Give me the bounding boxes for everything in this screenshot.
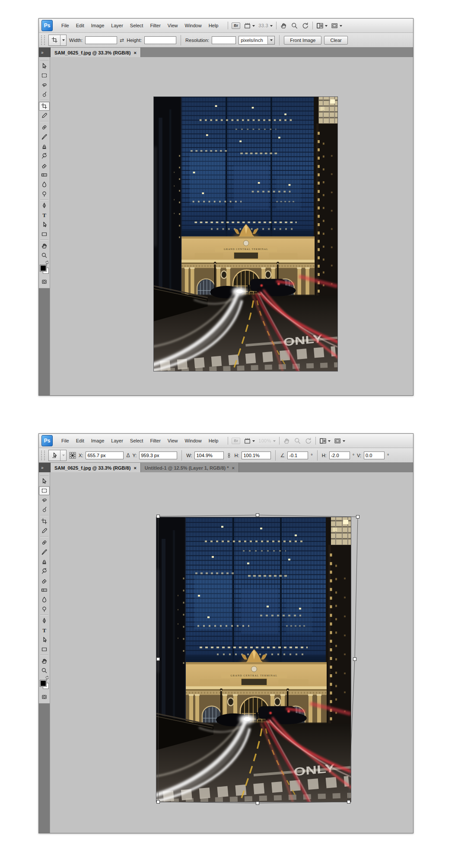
menu-edit[interactable]: Edit [73, 21, 88, 30]
menu-layer[interactable]: Layer [108, 21, 127, 30]
menu-filter[interactable]: Filter [146, 21, 164, 30]
transform-handle-middle-right[interactable] [353, 658, 356, 661]
menu-file[interactable]: File [58, 21, 73, 30]
tool-eraser[interactable] [39, 576, 50, 585]
menu-select[interactable]: Select [127, 436, 147, 445]
document-canvas-photo[interactable] [156, 517, 351, 802]
arrange-documents-button[interactable] [316, 22, 328, 29]
menu-edit[interactable]: Edit [73, 436, 88, 445]
menu-help[interactable]: Help [205, 21, 222, 30]
tool-preset-picker[interactable] [48, 450, 67, 461]
menu-image[interactable]: Image [88, 436, 108, 445]
tool-blur[interactable] [39, 180, 50, 189]
menu-file[interactable]: File [58, 436, 73, 445]
vertical-skew-input[interactable] [364, 452, 385, 459]
menu-view[interactable]: View [164, 436, 181, 445]
tool-gradient[interactable] [39, 586, 50, 595]
tool-dodge[interactable] [39, 605, 50, 614]
tool-spot-healing-brush[interactable] [39, 538, 50, 547]
swap-colors-icon[interactable] [45, 260, 49, 265]
tool-quick-selection[interactable] [39, 505, 50, 514]
tool-pen[interactable] [39, 616, 50, 625]
tab-untitled-1[interactable]: Untitled-1 @ 12.5% (Layer 1, RGB/8) * × [141, 463, 239, 473]
close-icon[interactable]: × [134, 50, 136, 55]
close-icon[interactable]: × [134, 465, 136, 471]
x-position-input[interactable] [86, 452, 124, 459]
tool-brush[interactable] [39, 548, 50, 557]
collapse-dock-button[interactable]: » [39, 463, 51, 473]
tool-brush[interactable] [39, 132, 50, 141]
rotate-view-icon[interactable] [302, 22, 309, 29]
maintain-aspect-ratio-icon[interactable] [226, 452, 232, 459]
menu-filter[interactable]: Filter [146, 436, 164, 445]
height-scale-input[interactable] [242, 452, 271, 459]
collapse-dock-button[interactable]: » [39, 48, 51, 58]
tool-move[interactable] [39, 61, 50, 70]
transform-handle-top-right[interactable] [356, 516, 359, 519]
tool-preset-picker[interactable] [48, 35, 67, 46]
menu-layer[interactable]: Layer [108, 436, 127, 445]
zoom-level-control[interactable]: 33.3 [258, 23, 273, 28]
screen-mode-button[interactable] [334, 437, 345, 445]
tool-type[interactable]: T [39, 211, 50, 220]
transform-handle-bottom-middle[interactable] [256, 802, 259, 805]
hand-tool-icon[interactable] [280, 22, 287, 29]
tool-hand[interactable] [39, 657, 50, 666]
bridge-button[interactable]: Br [232, 22, 240, 29]
menu-help[interactable]: Help [205, 436, 222, 445]
tool-move[interactable] [39, 477, 50, 486]
tab-sam-0625[interactable]: SAM_0625_f.jpg @ 33.3% (RGB/8) × [51, 463, 141, 473]
tool-type[interactable]: T [39, 626, 50, 635]
quick-mask-button[interactable] [39, 277, 50, 286]
tool-dodge[interactable] [39, 189, 50, 199]
tool-zoom[interactable] [39, 666, 50, 675]
color-swatches[interactable] [39, 676, 50, 692]
tool-spot-healing-brush[interactable] [39, 123, 50, 132]
tool-crop[interactable] [39, 102, 50, 111]
tool-eraser[interactable] [39, 161, 50, 170]
front-image-button[interactable]: Front Image [284, 36, 321, 45]
tool-quick-selection[interactable] [39, 90, 50, 99]
relative-positioning-toggle[interactable]: Δ [126, 452, 130, 458]
tool-lasso[interactable] [39, 80, 50, 90]
rotation-angle-input[interactable] [287, 452, 308, 459]
view-extras-button[interactable] [244, 22, 255, 29]
menu-window[interactable]: Window [181, 436, 205, 445]
screen-mode-button[interactable] [331, 22, 342, 29]
tool-lasso[interactable] [39, 496, 50, 505]
y-position-input[interactable] [139, 452, 177, 459]
width-scale-input[interactable] [194, 452, 224, 459]
options-grip[interactable] [41, 451, 45, 460]
foreground-color-swatch[interactable] [40, 265, 46, 271]
tool-history-brush[interactable] [39, 151, 50, 160]
tool-rectangle[interactable] [39, 645, 50, 654]
menu-window[interactable]: Window [181, 21, 205, 30]
tool-crop[interactable] [39, 517, 50, 526]
tool-rectangle[interactable] [39, 230, 50, 239]
tool-eyedropper[interactable] [39, 111, 50, 120]
horizontal-skew-input[interactable] [329, 452, 350, 459]
width-input[interactable] [85, 36, 117, 44]
toolbox-grip[interactable] [40, 472, 48, 476]
zoom-tool-icon[interactable] [291, 22, 298, 29]
document-canvas-photo[interactable] [154, 97, 337, 371]
arrange-documents-button[interactable] [319, 437, 331, 445]
height-input[interactable] [144, 36, 176, 44]
tool-eyedropper[interactable] [39, 526, 50, 535]
tool-pen[interactable] [39, 201, 50, 210]
clear-button[interactable]: Clear [324, 36, 347, 45]
tool-history-brush[interactable] [39, 567, 50, 576]
view-extras-button[interactable] [244, 437, 255, 445]
swap-colors-icon[interactable] [45, 676, 49, 680]
tool-clone-stamp[interactable] [39, 142, 50, 151]
tool-path-selection[interactable] [39, 635, 50, 644]
color-swatches[interactable] [39, 260, 50, 277]
options-grip[interactable] [41, 35, 45, 45]
transform-handle-top-middle[interactable] [256, 514, 259, 517]
tool-rectangular-marquee[interactable] [39, 486, 50, 495]
foreground-color-swatch[interactable] [40, 680, 46, 686]
menu-view[interactable]: View [164, 21, 181, 30]
tool-rectangular-marquee[interactable] [39, 71, 50, 80]
toolbox-grip[interactable] [40, 57, 48, 61]
tool-blur[interactable] [39, 595, 50, 604]
